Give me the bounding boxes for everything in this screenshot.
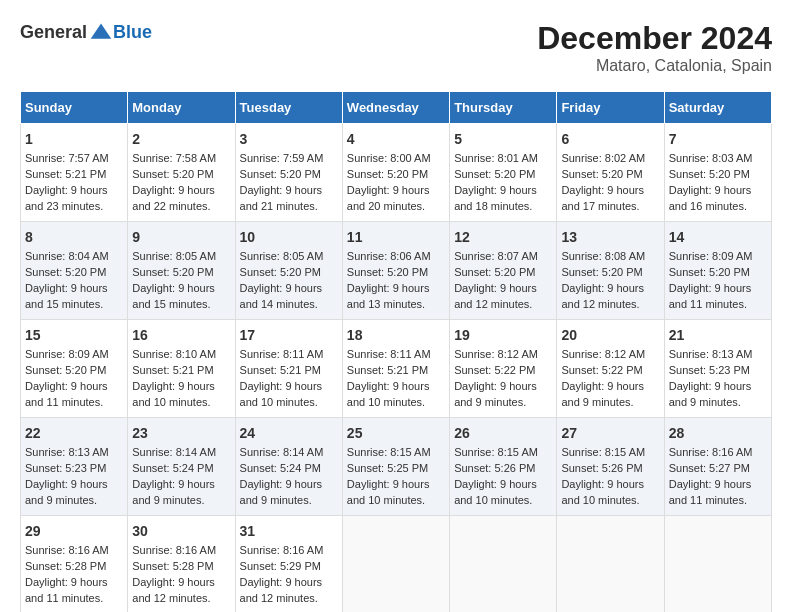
- day-number: 12: [454, 227, 552, 247]
- day-number: 28: [669, 423, 767, 443]
- sunrise-line: Sunrise: 8:01 AM: [454, 152, 538, 164]
- sunset-line: Sunset: 5:20 PM: [669, 266, 750, 278]
- sunrise-line: Sunrise: 8:16 AM: [25, 544, 109, 556]
- sunset-line: Sunset: 5:25 PM: [347, 462, 428, 474]
- sunset-line: Sunset: 5:21 PM: [25, 168, 106, 180]
- sunset-line: Sunset: 5:21 PM: [132, 364, 213, 376]
- sunset-line: Sunset: 5:29 PM: [240, 560, 321, 572]
- sunrise-line: Sunrise: 8:00 AM: [347, 152, 431, 164]
- calendar-table: SundayMondayTuesdayWednesdayThursdayFrid…: [20, 91, 772, 612]
- calendar-cell: 20Sunrise: 8:12 AMSunset: 5:22 PMDayligh…: [557, 320, 664, 418]
- sunrise-line: Sunrise: 7:58 AM: [132, 152, 216, 164]
- calendar-cell: 18Sunrise: 8:11 AMSunset: 5:21 PMDayligh…: [342, 320, 449, 418]
- calendar-cell: 25Sunrise: 8:15 AMSunset: 5:25 PMDayligh…: [342, 418, 449, 516]
- calendar-cell: 2Sunrise: 7:58 AMSunset: 5:20 PMDaylight…: [128, 124, 235, 222]
- calendar-cell: [342, 516, 449, 612]
- calendar-cell: 5Sunrise: 8:01 AMSunset: 5:20 PMDaylight…: [450, 124, 557, 222]
- header-sunday: Sunday: [21, 92, 128, 124]
- sunset-line: Sunset: 5:20 PM: [561, 266, 642, 278]
- sunset-line: Sunset: 5:20 PM: [347, 266, 428, 278]
- page-subtitle: Mataro, Catalonia, Spain: [537, 57, 772, 75]
- calendar-cell: 23Sunrise: 8:14 AMSunset: 5:24 PMDayligh…: [128, 418, 235, 516]
- day-number: 26: [454, 423, 552, 443]
- sunset-line: Sunset: 5:20 PM: [669, 168, 750, 180]
- daylight-line: Daylight: 9 hours and 18 minutes.: [454, 184, 537, 212]
- day-number: 11: [347, 227, 445, 247]
- sunrise-line: Sunrise: 8:16 AM: [132, 544, 216, 556]
- sunset-line: Sunset: 5:24 PM: [240, 462, 321, 474]
- sunrise-line: Sunrise: 8:09 AM: [25, 348, 109, 360]
- calendar-cell: 13Sunrise: 8:08 AMSunset: 5:20 PMDayligh…: [557, 222, 664, 320]
- day-number: 13: [561, 227, 659, 247]
- daylight-line: Daylight: 9 hours and 16 minutes.: [669, 184, 752, 212]
- daylight-line: Daylight: 9 hours and 10 minutes.: [347, 380, 430, 408]
- sunrise-line: Sunrise: 7:57 AM: [25, 152, 109, 164]
- sunset-line: Sunset: 5:20 PM: [25, 364, 106, 376]
- calendar-cell: 24Sunrise: 8:14 AMSunset: 5:24 PMDayligh…: [235, 418, 342, 516]
- sunset-line: Sunset: 5:22 PM: [454, 364, 535, 376]
- sunrise-line: Sunrise: 8:15 AM: [454, 446, 538, 458]
- day-number: 14: [669, 227, 767, 247]
- daylight-line: Daylight: 9 hours and 10 minutes.: [561, 478, 644, 506]
- day-number: 6: [561, 129, 659, 149]
- calendar-cell: 12Sunrise: 8:07 AMSunset: 5:20 PMDayligh…: [450, 222, 557, 320]
- header-saturday: Saturday: [664, 92, 771, 124]
- sunrise-line: Sunrise: 8:14 AM: [132, 446, 216, 458]
- sunset-line: Sunset: 5:20 PM: [132, 168, 213, 180]
- sunrise-line: Sunrise: 8:10 AM: [132, 348, 216, 360]
- day-number: 18: [347, 325, 445, 345]
- daylight-line: Daylight: 9 hours and 10 minutes.: [240, 380, 323, 408]
- header-thursday: Thursday: [450, 92, 557, 124]
- sunset-line: Sunset: 5:22 PM: [561, 364, 642, 376]
- day-number: 21: [669, 325, 767, 345]
- header-tuesday: Tuesday: [235, 92, 342, 124]
- daylight-line: Daylight: 9 hours and 11 minutes.: [669, 282, 752, 310]
- sunset-line: Sunset: 5:20 PM: [347, 168, 428, 180]
- day-number: 24: [240, 423, 338, 443]
- day-number: 8: [25, 227, 123, 247]
- calendar-cell: 31Sunrise: 8:16 AMSunset: 5:29 PMDayligh…: [235, 516, 342, 612]
- day-number: 20: [561, 325, 659, 345]
- header-friday: Friday: [557, 92, 664, 124]
- sunset-line: Sunset: 5:28 PM: [132, 560, 213, 572]
- sunrise-line: Sunrise: 8:09 AM: [669, 250, 753, 262]
- daylight-line: Daylight: 9 hours and 21 minutes.: [240, 184, 323, 212]
- daylight-line: Daylight: 9 hours and 11 minutes.: [669, 478, 752, 506]
- daylight-line: Daylight: 9 hours and 11 minutes.: [25, 576, 108, 604]
- calendar-cell: 19Sunrise: 8:12 AMSunset: 5:22 PMDayligh…: [450, 320, 557, 418]
- sunset-line: Sunset: 5:20 PM: [132, 266, 213, 278]
- sunrise-line: Sunrise: 8:15 AM: [347, 446, 431, 458]
- day-number: 10: [240, 227, 338, 247]
- title-block: December 2024 Mataro, Catalonia, Spain: [537, 20, 772, 75]
- sunrise-line: Sunrise: 8:12 AM: [561, 348, 645, 360]
- sunset-line: Sunset: 5:20 PM: [240, 266, 321, 278]
- sunset-line: Sunset: 5:24 PM: [132, 462, 213, 474]
- daylight-line: Daylight: 9 hours and 12 minutes.: [454, 282, 537, 310]
- daylight-line: Daylight: 9 hours and 9 minutes.: [669, 380, 752, 408]
- calendar-cell: 28Sunrise: 8:16 AMSunset: 5:27 PMDayligh…: [664, 418, 771, 516]
- calendar-week-row: 22Sunrise: 8:13 AMSunset: 5:23 PMDayligh…: [21, 418, 772, 516]
- day-number: 3: [240, 129, 338, 149]
- daylight-line: Daylight: 9 hours and 13 minutes.: [347, 282, 430, 310]
- calendar-cell: 8Sunrise: 8:04 AMSunset: 5:20 PMDaylight…: [21, 222, 128, 320]
- sunset-line: Sunset: 5:20 PM: [454, 168, 535, 180]
- calendar-cell: 14Sunrise: 8:09 AMSunset: 5:20 PMDayligh…: [664, 222, 771, 320]
- day-number: 23: [132, 423, 230, 443]
- calendar-cell: 22Sunrise: 8:13 AMSunset: 5:23 PMDayligh…: [21, 418, 128, 516]
- daylight-line: Daylight: 9 hours and 22 minutes.: [132, 184, 215, 212]
- daylight-line: Daylight: 9 hours and 10 minutes.: [454, 478, 537, 506]
- day-number: 31: [240, 521, 338, 541]
- daylight-line: Daylight: 9 hours and 9 minutes.: [454, 380, 537, 408]
- day-number: 27: [561, 423, 659, 443]
- sunset-line: Sunset: 5:26 PM: [454, 462, 535, 474]
- sunrise-line: Sunrise: 8:15 AM: [561, 446, 645, 458]
- calendar-cell: 4Sunrise: 8:00 AMSunset: 5:20 PMDaylight…: [342, 124, 449, 222]
- calendar-cell: 26Sunrise: 8:15 AMSunset: 5:26 PMDayligh…: [450, 418, 557, 516]
- sunset-line: Sunset: 5:23 PM: [25, 462, 106, 474]
- daylight-line: Daylight: 9 hours and 20 minutes.: [347, 184, 430, 212]
- day-number: 7: [669, 129, 767, 149]
- logo-blue: Blue: [113, 22, 152, 43]
- daylight-line: Daylight: 9 hours and 17 minutes.: [561, 184, 644, 212]
- calendar-cell: [557, 516, 664, 612]
- page-title: December 2024: [537, 20, 772, 57]
